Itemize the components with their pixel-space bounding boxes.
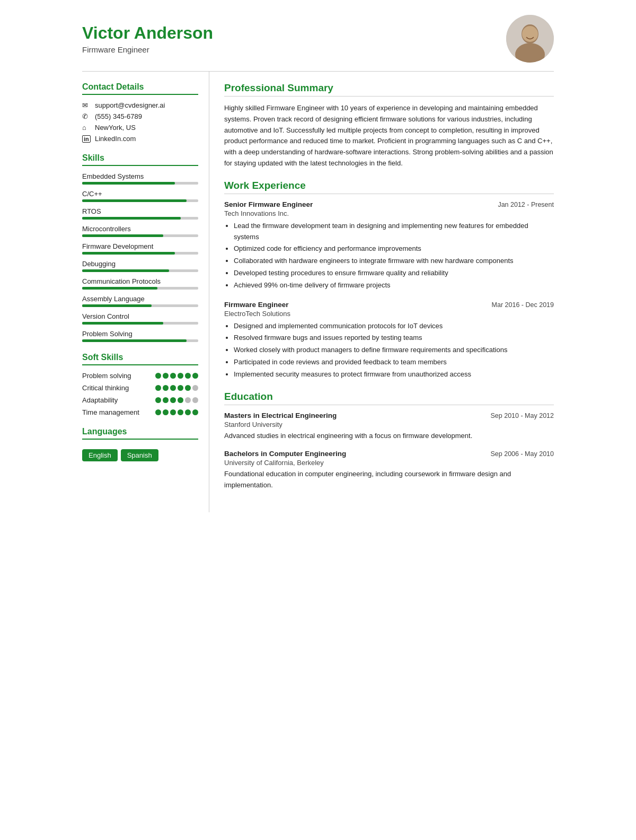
job-entry: Senior Firmware Engineer Jan 2012 - Pres… [224, 200, 554, 291]
languages-divider [82, 439, 198, 440]
skill-bar-fill [82, 217, 181, 220]
filled-dot [155, 397, 161, 403]
skill-bar-fill [82, 304, 152, 307]
job-company: Tech Innovations Inc. [224, 209, 554, 217]
job-bullet: Participated in code reviews and provide… [234, 357, 554, 368]
skills-title: Skills [82, 153, 198, 163]
contact-linkedin: in LinkedIn.com [82, 135, 198, 143]
filled-dot [170, 397, 176, 403]
filled-dot [185, 409, 191, 415]
skill-name: Microcontrollers [82, 225, 198, 233]
job-title: Firmware Engineer [224, 301, 289, 309]
filled-dot [178, 385, 183, 391]
job-title: Senior Firmware Engineer [224, 200, 313, 208]
empty-dot [192, 385, 198, 391]
filled-dot [178, 397, 183, 403]
skill-name: RTOS [82, 207, 198, 215]
skill-item: Problem Solving [82, 330, 198, 342]
contact-phone: ✆ (555) 345-6789 [82, 112, 198, 120]
skill-name: Version Control [82, 312, 198, 320]
summary-section: Professional Summary Highly skilled Firm… [224, 82, 554, 169]
soft-skill-item: Time management [82, 408, 198, 416]
phone-icon: ✆ [82, 112, 91, 120]
contact-location: ⌂ NewYork, US [82, 124, 198, 132]
skill-item: Firmware Development [82, 242, 198, 255]
job-bullet: Developed testing procedures to ensure f… [234, 268, 554, 279]
edu-desc: Foundational education in computer engin… [224, 469, 554, 491]
job-bullet: Resolved firmware bugs and issues report… [234, 332, 554, 344]
job-bullet: Achieved 99% on-time delivery of firmwar… [234, 280, 554, 291]
skill-name: Communication Protocols [82, 277, 198, 285]
home-icon: ⌂ [82, 124, 91, 132]
job-company: ElectroTech Solutions [224, 310, 554, 318]
summary-text: Highly skilled Firmware Engineer with 10… [224, 103, 554, 169]
contact-email: ✉ support@cvdesigner.ai [82, 101, 198, 109]
edu-date: Sep 2006 - May 2010 [490, 450, 554, 458]
skill-bar-fill [82, 339, 187, 342]
education-title: Education [224, 391, 554, 402]
job-bullet: Collaborated with hardware engineers to … [234, 256, 554, 267]
job-bullet: Worked closely with product managers to … [234, 345, 554, 356]
job-header: Senior Firmware Engineer Jan 2012 - Pres… [224, 200, 554, 208]
filled-dot [163, 373, 169, 379]
contact-section: Contact Details ✉ support@cvdesigner.ai … [82, 82, 198, 143]
avatar [506, 15, 554, 63]
job-date: Jan 2012 - Present [498, 201, 554, 208]
work-experience-section: Work Experience Senior Firmware Engineer… [224, 180, 554, 380]
skill-bar-bg [82, 287, 198, 290]
edu-title: Masters in Electrical Engineering [224, 412, 337, 419]
job-date: Mar 2016 - Dec 2019 [492, 301, 554, 309]
linkedin-icon: in [82, 135, 91, 143]
edu-header: Masters in Electrical Engineering Sep 20… [224, 412, 554, 419]
soft-skills-divider [82, 364, 198, 365]
filled-dot [185, 385, 191, 391]
edu-entry: Masters in Electrical Engineering Sep 20… [224, 412, 554, 442]
filled-dot [178, 409, 183, 415]
header-name-block: Victor Anderson Firmware Engineer [82, 23, 213, 54]
filled-dot [170, 385, 176, 391]
edu-school: University of California, Berkeley [224, 459, 554, 467]
skill-bar-fill [82, 322, 163, 325]
edu-desc: Advanced studies in electrical engineeri… [224, 431, 554, 442]
soft-skill-item: Critical thinking [82, 384, 198, 392]
filled-dot [178, 373, 183, 379]
filled-dot [163, 385, 169, 391]
skill-bar-fill [82, 252, 175, 255]
filled-dot [170, 373, 176, 379]
filled-dot [192, 373, 198, 379]
empty-dot [185, 397, 191, 403]
edu-school: Stanford University [224, 421, 554, 428]
skill-dots [155, 385, 198, 391]
skill-bar-bg [82, 304, 198, 307]
soft-skill-name: Time management [82, 408, 139, 416]
soft-skills-title: Soft Skills [82, 353, 198, 362]
languages-title: Languages [82, 427, 198, 436]
education-section: Education Masters in Electrical Engineer… [224, 391, 554, 491]
skill-name: C/C++ [82, 190, 198, 198]
skill-bar-bg [82, 217, 198, 220]
skill-bar-bg [82, 252, 198, 255]
email-icon: ✉ [82, 101, 91, 109]
work-experience-divider [224, 194, 554, 194]
resume-header: Victor Anderson Firmware Engineer [66, 0, 570, 71]
skill-item: Embedded Systems [82, 172, 198, 185]
skill-bar-bg [82, 182, 198, 185]
contact-linkedin-text: LinkedIn.com [95, 135, 136, 143]
skill-bar-fill [82, 287, 157, 290]
skill-bar-fill [82, 269, 169, 272]
filled-dot [155, 373, 161, 379]
skill-name: Problem Solving [82, 330, 198, 338]
jobs-list: Senior Firmware Engineer Jan 2012 - Pres… [224, 200, 554, 380]
edu-date: Sep 2010 - May 2012 [490, 412, 554, 419]
skill-name: Debugging [82, 260, 198, 268]
skill-name: Assembly Language [82, 295, 198, 303]
filled-dot [163, 397, 169, 403]
filled-dot [155, 385, 161, 391]
sidebar: Contact Details ✉ support@cvdesigner.ai … [66, 72, 209, 512]
skill-bar-fill [82, 182, 175, 185]
candidate-name: Victor Anderson [82, 23, 213, 43]
candidate-title: Firmware Engineer [82, 45, 213, 54]
contact-phone-text: (555) 345-6789 [95, 112, 142, 120]
main-layout: Contact Details ✉ support@cvdesigner.ai … [66, 72, 570, 512]
edu-list: Masters in Electrical Engineering Sep 20… [224, 412, 554, 491]
